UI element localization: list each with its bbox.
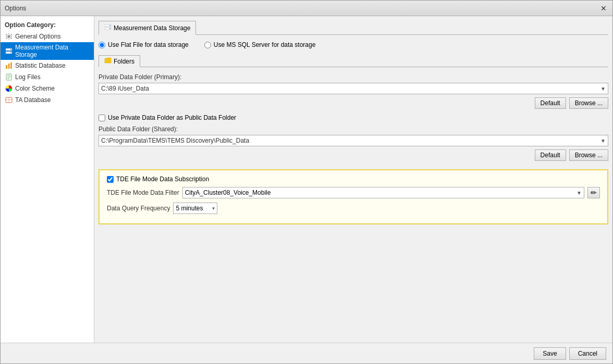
public-data-folder-value: C:\ProgramData\TEMS\TEMS Discovery\Publi… xyxy=(101,137,249,144)
tde-filter-row: TDE File Mode Data Filter CityA_Cluster0… xyxy=(107,187,600,198)
sidebar-item-label: Color Scheme xyxy=(15,85,55,92)
tab-header: Measurement Data Storage xyxy=(99,20,608,35)
tde-frequency-select[interactable]: 1 minute 2 minutes 5 minutes 10 minutes … xyxy=(173,203,217,214)
public-browse-button[interactable]: Browse ... xyxy=(569,149,608,161)
sql-server-label: Use MS SQL Server for data storage xyxy=(214,41,316,48)
svg-rect-6 xyxy=(8,64,10,69)
logs-icon xyxy=(5,73,13,81)
tde-subscription-checkbox[interactable] xyxy=(107,176,114,183)
gear-icon xyxy=(5,32,13,41)
flat-file-radio[interactable] xyxy=(99,42,105,48)
cancel-button[interactable]: Cancel xyxy=(569,347,606,360)
private-default-button[interactable]: Default xyxy=(535,97,566,109)
sidebar-item-general-options[interactable]: General Options xyxy=(1,31,94,42)
tde-filter-edit-button[interactable]: ✏ xyxy=(587,187,600,198)
tde-filter-arrow-icon: ▼ xyxy=(577,190,582,196)
svg-rect-5 xyxy=(6,65,7,69)
folders-tab[interactable]: Folders xyxy=(99,55,140,67)
svg-point-19 xyxy=(109,28,111,29)
storage-icon xyxy=(5,47,13,55)
sub-tab-bar: Folders xyxy=(99,55,608,67)
tde-frequency-row: Data Query Frequency 1 minute 2 minutes … xyxy=(107,203,600,214)
private-data-folder-value: C:\89 iUser_Data xyxy=(101,85,149,92)
tde-frequency-label: Data Query Frequency xyxy=(107,205,170,212)
sidebar: Option Category: General Options xyxy=(1,16,94,343)
svg-point-4 xyxy=(10,52,11,53)
use-private-label: Use Private Data Folder as Public Data F… xyxy=(108,114,236,121)
sidebar-item-label: Log Files xyxy=(15,73,41,81)
public-data-folder-group: Public Data Folder (Shared): C:\ProgramD… xyxy=(99,125,608,161)
flat-file-label: Use Flat File for data storage xyxy=(108,41,189,48)
tde-subscription-label: TDE File Mode Data Subscription xyxy=(116,175,209,183)
folders-tab-label: Folders xyxy=(114,58,134,65)
options-window: Options ✕ Option Category: General Optio… xyxy=(0,0,613,364)
sql-server-radio[interactable] xyxy=(204,42,211,48)
private-data-folder-group: Private Data Folder (Primary): C:\89 iUs… xyxy=(99,73,608,109)
storage-type-radio-group: Use Flat File for data storage Use MS SQ… xyxy=(99,41,608,48)
window-title: Options xyxy=(5,5,26,12)
use-private-checkbox-row[interactable]: Use Private Data Folder as Public Data F… xyxy=(99,114,608,121)
sidebar-item-statistic-database[interactable]: Statistic Database xyxy=(1,60,94,71)
dropdown-arrow-icon2: ▼ xyxy=(600,138,606,144)
public-data-folder-row: C:\ProgramData\TEMS\TEMS Discovery\Publi… xyxy=(99,135,608,146)
tab-icon xyxy=(104,23,112,32)
dropdown-arrow-icon: ▼ xyxy=(600,86,606,92)
title-bar: Options ✕ xyxy=(1,1,612,16)
public-data-folder-input[interactable]: C:\ProgramData\TEMS\TEMS Discovery\Publi… xyxy=(99,135,608,146)
private-data-folder-input[interactable]: C:\89 iUser_Data ▼ xyxy=(99,83,608,94)
close-button[interactable]: ✕ xyxy=(599,4,608,13)
palette-icon xyxy=(5,84,13,93)
svg-rect-7 xyxy=(10,62,12,69)
stats-icon xyxy=(5,61,13,70)
public-data-folder-label: Public Data Folder (Shared): xyxy=(99,125,608,133)
window-body: Option Category: General Options xyxy=(1,16,612,363)
sidebar-item-color-scheme[interactable]: Color Scheme xyxy=(1,83,94,94)
sidebar-item-ta-database[interactable]: TA Database xyxy=(1,94,94,106)
sidebar-item-label: Statistic Database xyxy=(15,62,66,69)
sidebar-item-log-files[interactable]: Log Files xyxy=(1,71,94,83)
private-data-folder-row: C:\89 iUser_Data ▼ xyxy=(99,83,608,94)
public-folder-buttons: Default Browse ... xyxy=(99,149,608,161)
svg-point-3 xyxy=(10,49,11,50)
sidebar-item-label: General Options xyxy=(15,33,60,40)
tde-box: TDE File Mode Data Subscription TDE File… xyxy=(99,169,608,224)
edit-icon: ✏ xyxy=(591,189,597,197)
private-folder-buttons: Default Browse ... xyxy=(99,97,608,109)
save-button[interactable]: Save xyxy=(534,347,566,360)
use-private-checkbox[interactable] xyxy=(99,115,105,121)
sidebar-category-label: Option Category: xyxy=(1,18,94,31)
public-default-button[interactable]: Default xyxy=(535,149,566,161)
tde-frequency-select-wrapper: 1 minute 2 minutes 5 minutes 10 minutes … xyxy=(173,203,217,214)
bottom-bar: Save Cancel xyxy=(1,343,612,363)
measurement-data-storage-tab[interactable]: Measurement Data Storage xyxy=(99,21,196,35)
svg-point-18 xyxy=(109,25,111,26)
private-data-folder-label: Private Data Folder (Primary): xyxy=(99,73,608,81)
sql-server-radio-option[interactable]: Use MS SQL Server for data storage xyxy=(204,41,316,48)
tde-filter-select[interactable]: CityA_Cluster08_Voice_Mobile ▼ xyxy=(182,187,584,198)
flat-file-radio-option[interactable]: Use Flat File for data storage xyxy=(99,41,189,48)
private-browse-button[interactable]: Browse ... xyxy=(569,97,608,109)
svg-point-0 xyxy=(8,35,10,38)
sidebar-item-label: Measurement Data Storage xyxy=(15,44,90,58)
sidebar-item-measurement-data-storage[interactable]: Measurement Data Storage xyxy=(1,42,94,60)
tadb-icon xyxy=(5,96,13,104)
tab-label: Measurement Data Storage xyxy=(114,24,190,32)
sidebar-item-label: TA Database xyxy=(15,96,51,104)
folder-tab-icon xyxy=(104,57,112,65)
tde-filter-value: CityA_Cluster08_Voice_Mobile xyxy=(185,189,271,196)
tde-filter-label: TDE File Mode Data Filter xyxy=(107,189,179,196)
main-panel: Measurement Data Storage Use Flat File f… xyxy=(94,16,612,343)
content-area: Option Category: General Options xyxy=(1,16,612,343)
tde-subscription-row[interactable]: TDE File Mode Data Subscription xyxy=(107,175,600,183)
